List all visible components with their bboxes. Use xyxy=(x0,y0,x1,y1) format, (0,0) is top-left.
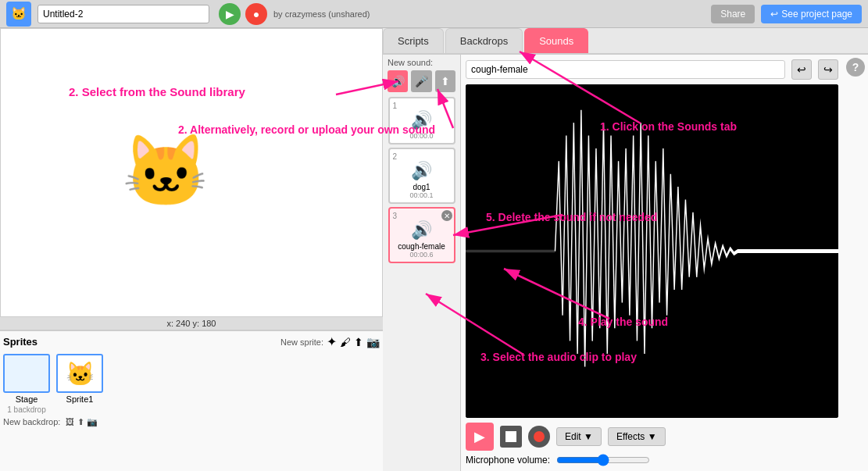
sounds-content: New sound: 🔊 🎤 ⬆ 1 🔊 00:00.0 xyxy=(383,55,868,471)
redo-button[interactable]: ↪ xyxy=(818,59,838,80)
stage-thumb-label: Stage xyxy=(3,394,50,404)
backdrop-camera-icon[interactable]: 📷 xyxy=(87,417,98,426)
waveform-display xyxy=(466,84,838,418)
sprites-header: Sprites New sprite: ✦ 🖌 ⬆ 📷 xyxy=(3,334,380,349)
stop-button[interactable]: ● xyxy=(245,3,267,25)
sounds-list-panel: New sound: 🔊 🎤 ⬆ 1 🔊 00:00.0 xyxy=(383,55,461,471)
stage-thumb[interactable]: Stage 1 backdrop xyxy=(3,354,50,414)
top-controls: ▶ ● xyxy=(219,3,267,25)
top-right: Share ↩ See project page xyxy=(711,5,862,23)
sound-item-2[interactable]: 2 🔊 dog1 00:00.1 xyxy=(388,148,455,204)
stage-backdrop-count: 1 backdrop xyxy=(3,405,50,414)
sprite1-thumb-image: 🐱 xyxy=(56,354,103,393)
stop-sound-button[interactable] xyxy=(500,426,522,448)
record-button[interactable] xyxy=(528,426,550,448)
sound-item-3-dur: 00:00.6 xyxy=(393,251,451,259)
sprites-title: Sprites xyxy=(3,336,38,348)
sprite-list: Stage 1 backdrop 🐱 Sprite1 xyxy=(3,354,380,414)
tab-backdrops[interactable]: Backdrops xyxy=(445,28,523,53)
tab-scripts[interactable]: Scripts xyxy=(383,28,444,53)
backdrop-paint-icon[interactable]: 🖼 xyxy=(66,417,74,426)
undo-button[interactable]: ↩ xyxy=(791,59,812,80)
project-title-input[interactable] xyxy=(38,5,209,23)
cat-sprite: 🐱 xyxy=(122,130,209,212)
mic-volume-label: Microphone volume: xyxy=(466,455,550,466)
backdrop-upload-icon[interactable]: ⬆ xyxy=(77,417,84,426)
stage-thumb-image xyxy=(3,354,50,393)
sound-editor: ↩ ↪ xyxy=(461,55,843,471)
new-sprite-upload-icon[interactable]: ⬆ xyxy=(354,336,363,348)
new-sound-upload-button[interactable]: ⬆ xyxy=(435,70,455,92)
top-bar: 🐱 ▶ ● by crazymess (unshared) Share ↩ Se… xyxy=(0,0,868,28)
green-flag-button[interactable]: ▶ xyxy=(219,3,241,25)
main-layout: 🐱 x: 240 y: 180 Sprites New sprite: ✦ 🖌 … xyxy=(0,28,868,471)
effects-dropdown-button[interactable]: Effects ▼ xyxy=(608,427,666,446)
new-sound-label: New sound: xyxy=(383,55,460,69)
sprites-panel: Sprites New sprite: ✦ 🖌 ⬆ 📷 Stage 1 back… xyxy=(0,330,383,471)
sound-item-2-num: 2 xyxy=(393,152,451,161)
new-sound-library-button[interactable]: 🔊 xyxy=(388,70,408,92)
sound-name-input[interactable] xyxy=(466,60,785,79)
username-label: by crazymess (unshared) xyxy=(273,9,370,19)
sound-item-1-num: 1 xyxy=(393,102,451,110)
new-backdrop-label: New backdrop: 🖼 ⬆ 📷 xyxy=(3,417,380,427)
sound-item-3[interactable]: 3 ✕ 🔊 cough-female 00:00.6 xyxy=(388,207,455,263)
sound-item-1-dur: 00:00.0 xyxy=(393,132,451,140)
sprite1-thumb[interactable]: 🐱 Sprite1 xyxy=(56,354,103,414)
mic-volume-slider[interactable] xyxy=(556,454,650,466)
new-sprite-camera-icon[interactable]: 📷 xyxy=(366,336,380,348)
stage-area: 🐱 x: 240 y: 180 Sprites New sprite: ✦ 🖌 … xyxy=(0,28,383,471)
sound-item-1[interactable]: 1 🔊 00:00.0 xyxy=(388,97,455,145)
editor-panel: Scripts Backdrops Sounds New sound: 🔊 🎤 … xyxy=(383,28,868,471)
sound-item-2-icon: 🔊 xyxy=(393,161,451,181)
new-sprite-paint-icon[interactable]: 🖌 xyxy=(340,336,351,348)
sound-item-3-delete-button[interactable]: ✕ xyxy=(441,210,452,221)
editor-tabs: Scripts Backdrops Sounds xyxy=(383,28,868,55)
sprite1-label: Sprite1 xyxy=(56,394,103,404)
record-dot-icon xyxy=(534,431,545,442)
stage: 🐱 xyxy=(0,28,383,317)
sound-item-2-name: dog1 xyxy=(393,183,451,191)
waveform-svg xyxy=(466,84,838,418)
see-project-label: See project page xyxy=(781,9,852,20)
coordinates-display: x: 240 y: 180 xyxy=(0,317,383,330)
sound-item-2-dur: 00:00.1 xyxy=(393,191,451,199)
project-icon: 🐱 xyxy=(6,2,31,27)
help-button[interactable]: ? xyxy=(846,58,865,77)
new-sprite-label: New sprite: xyxy=(280,337,323,347)
tab-sounds[interactable]: Sounds xyxy=(524,28,588,53)
edit-dropdown-button[interactable]: Edit ▼ xyxy=(556,427,602,446)
sound-item-1-icon: 🔊 xyxy=(393,110,451,130)
sounds-list: 1 🔊 00:00.0 2 🔊 dog1 00:00.1 3 xyxy=(383,94,460,471)
sound-item-3-name: cough-female xyxy=(393,242,451,251)
share-button[interactable]: Share xyxy=(711,5,755,23)
see-project-arrow-icon: ↩ xyxy=(770,9,778,20)
new-sound-buttons: 🔊 🎤 ⬆ xyxy=(383,69,460,94)
sound-item-3-icon: 🔊 xyxy=(393,220,451,241)
sound-editor-top: ↩ ↪ xyxy=(466,59,838,80)
stop-square-icon xyxy=(505,431,516,442)
new-sound-record-button[interactable]: 🎤 xyxy=(411,70,431,92)
play-button[interactable]: ▶ xyxy=(466,423,494,451)
new-sprite-star-icon[interactable]: ✦ xyxy=(327,334,337,349)
see-project-button[interactable]: ↩ See project page xyxy=(761,5,862,23)
sound-controls: ▶ Edit ▼ Effects ▼ xyxy=(466,423,838,451)
mic-volume-row: Microphone volume: xyxy=(466,454,838,466)
